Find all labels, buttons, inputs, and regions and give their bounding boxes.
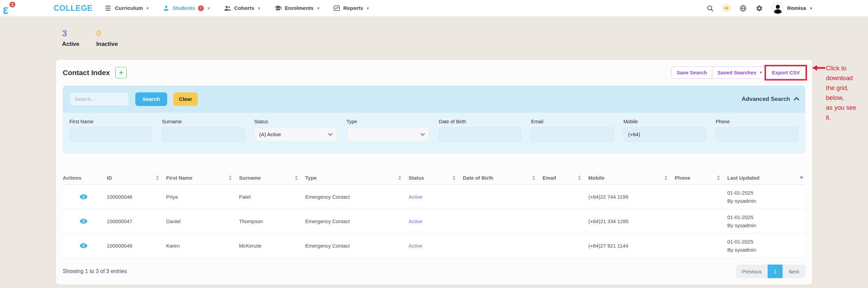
- col-type[interactable]: Type: [305, 175, 409, 181]
- advanced-search-toggle[interactable]: Advanced Search: [742, 96, 798, 103]
- save-search-button[interactable]: Save Search: [672, 67, 712, 78]
- eye-icon: [80, 217, 87, 225]
- next-page-button[interactable]: Next: [783, 265, 805, 278]
- sort-icon: [578, 175, 581, 180]
- row-actions: [63, 242, 107, 250]
- cell-last-updated: 01-01-2025By sysadmin: [727, 213, 756, 229]
- updated-date: 01-01-2025: [727, 238, 756, 246]
- avatar: [772, 2, 784, 14]
- saved-searches-button[interactable]: Saved Searches ▾: [712, 67, 767, 78]
- col-label: Date of Birth: [463, 175, 493, 181]
- surname-field[interactable]: [162, 127, 244, 142]
- col-phone[interactable]: Phone: [675, 175, 727, 181]
- email-field[interactable]: [531, 127, 614, 142]
- filter-label: Status: [254, 119, 337, 124]
- top-navbar: ε 1 COLLEGE Curriculum ▾ Students ! ▾ Co…: [0, 0, 868, 16]
- status-link[interactable]: Active: [409, 243, 422, 249]
- col-label: Type: [305, 175, 317, 181]
- menu-label: Reports: [343, 5, 363, 11]
- cell-first-name: Daniel: [166, 218, 239, 224]
- contact-index-card: Contact Index + Save Search Saved Search…: [56, 60, 812, 285]
- search-band: Search Clear Advanced Search: [63, 86, 805, 113]
- annotation-line: download: [826, 73, 868, 83]
- updated-by: By sysadmin: [727, 197, 756, 205]
- filter-email: Email: [531, 119, 614, 142]
- menu-item-enrolments[interactable]: Enrolments ▾: [274, 5, 319, 12]
- first-name-field[interactable]: [70, 127, 152, 142]
- add-contact-button[interactable]: +: [115, 67, 127, 78]
- line-chart-icon: [333, 5, 340, 12]
- cell-id: 100000046: [107, 194, 166, 200]
- logo-icon: ε: [3, 4, 8, 16]
- logo-notification-badge: 1: [9, 1, 16, 8]
- annotation-line: it.: [826, 112, 868, 122]
- cell-id: 100000048: [107, 243, 166, 249]
- col-status[interactable]: Status: [409, 175, 463, 181]
- type-select[interactable]: [347, 127, 429, 142]
- cell-first-name: Karen: [166, 243, 239, 249]
- menu-item-reports[interactable]: Reports ▾: [333, 5, 369, 12]
- language-globe-icon[interactable]: [739, 5, 747, 12]
- chevron-up-icon: [794, 97, 800, 103]
- updated-date: 01-01-2025: [727, 213, 756, 221]
- header-actions: Save Search Saved Searches ▾ Export CSV: [671, 67, 805, 79]
- card-header: Contact Index + Save Search Saved Search…: [56, 60, 812, 86]
- col-dob[interactable]: Date of Birth: [463, 175, 542, 181]
- active-label: Active: [62, 41, 79, 48]
- status-link[interactable]: Active: [409, 218, 422, 224]
- sort-icon: [156, 175, 159, 180]
- theme-sun-icon[interactable]: [723, 4, 730, 12]
- col-surname[interactable]: Surname: [239, 175, 305, 181]
- filter-label: First Name: [70, 119, 152, 124]
- inactive-count: 0: [96, 29, 118, 39]
- pagination: Previous 1 Next: [736, 265, 805, 278]
- col-first-name[interactable]: First Name: [166, 175, 239, 181]
- stat-inactive: 0 Inactive: [96, 29, 118, 48]
- col-last-updated[interactable]: Last Updated: [727, 175, 805, 181]
- col-email[interactable]: Email: [542, 175, 588, 181]
- col-label: Last Updated: [727, 175, 760, 181]
- search-button[interactable]: Search: [135, 92, 167, 106]
- filter-phone: Phone: [716, 119, 798, 142]
- col-mobile[interactable]: Mobile: [588, 175, 675, 181]
- cell-surname: Patel: [239, 194, 305, 200]
- status-select-value: (A) Active: [259, 131, 281, 137]
- previous-page-button[interactable]: Previous: [736, 265, 768, 278]
- phone-field[interactable]: [716, 127, 798, 142]
- annotation-arrow-icon: [812, 64, 825, 72]
- view-contact-button[interactable]: [80, 217, 87, 225]
- filter-label: Surname: [162, 119, 244, 124]
- cell-id: 100000047: [107, 218, 166, 224]
- user-menu[interactable]: Romisa ▾: [772, 2, 812, 14]
- date-of-birth-field[interactable]: [439, 127, 521, 142]
- export-csv-button[interactable]: Export CSV: [767, 67, 805, 78]
- filter-label: Type: [347, 119, 429, 124]
- view-contact-button[interactable]: [80, 193, 87, 201]
- filter-label: Phone: [716, 119, 798, 124]
- advanced-search-panel: Search Clear Advanced Search First Name …: [63, 86, 805, 154]
- clear-button[interactable]: Clear: [173, 92, 198, 106]
- app-logo[interactable]: ε 1: [3, 1, 16, 16]
- menu-item-students[interactable]: Students ! ▾: [163, 5, 210, 12]
- chevron-down-icon: ▾: [258, 6, 260, 11]
- page-1-button[interactable]: 1: [768, 265, 783, 278]
- col-label: First Name: [166, 175, 193, 181]
- search-input[interactable]: [70, 92, 129, 106]
- filter-dob: Date of Birth: [439, 119, 521, 142]
- menu-item-cohorts[interactable]: Cohorts ▾: [224, 5, 260, 12]
- brand-name[interactable]: COLLEGE: [54, 4, 93, 13]
- status-select[interactable]: (A) Active: [254, 127, 337, 142]
- settings-gear-icon[interactable]: [756, 5, 763, 12]
- active-count: 3: [62, 29, 79, 39]
- search-icon[interactable]: [707, 5, 714, 12]
- view-contact-button[interactable]: [80, 242, 87, 250]
- status-link[interactable]: Active: [409, 194, 422, 200]
- chevron-down-icon: [420, 131, 425, 136]
- filter-label: Mobile: [624, 119, 706, 124]
- sort-icon: [453, 175, 455, 180]
- col-id[interactable]: ID: [107, 175, 166, 181]
- menu-item-curriculum[interactable]: Curriculum ▾: [105, 5, 149, 11]
- mobile-field[interactable]: [624, 127, 706, 142]
- sort-desc-icon: [800, 177, 803, 179]
- sort-icon: [295, 175, 298, 180]
